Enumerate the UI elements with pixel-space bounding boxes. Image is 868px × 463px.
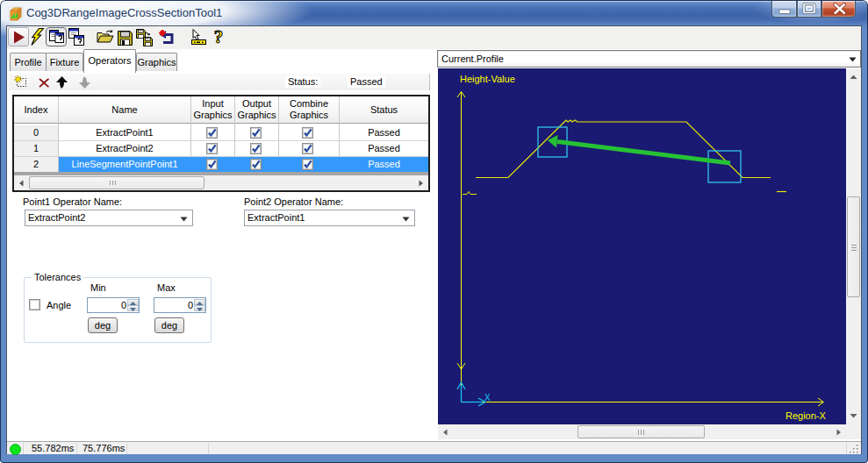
svg-text:?: ?: [214, 28, 224, 46]
svg-text:Region-X: Region-X: [786, 410, 827, 421]
svg-text:Height-Value: Height-Value: [460, 74, 515, 84]
svg-text:X: X: [484, 393, 491, 402]
